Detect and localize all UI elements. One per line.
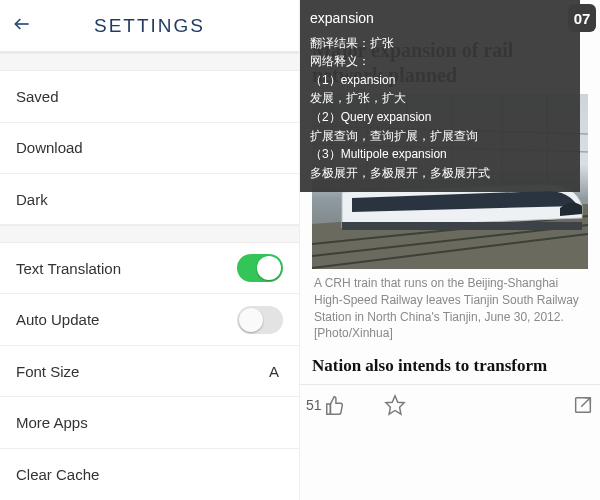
app-logo-icon[interactable]: 07 [568, 4, 596, 32]
settings-header: SETTINGS [0, 0, 299, 53]
overlay-line: （1）expansion [310, 71, 570, 90]
settings-panel: SETTINGS Saved Download Dark Text Transl… [0, 0, 300, 500]
row-clear-cache[interactable]: Clear Cache [0, 449, 299, 500]
photo-caption: A CRH train that runs on the Beijing-Sha… [312, 269, 588, 352]
row-download[interactable]: Download [0, 123, 299, 174]
font-size-value: A [269, 363, 279, 380]
article-panel: 07 expansion 翻译结果：扩张 网络释义： （1）expansion … [300, 0, 600, 500]
row-label: Auto Update [16, 311, 99, 328]
like-count: 51 [306, 397, 322, 413]
row-label: Text Translation [16, 260, 121, 277]
row-more-apps[interactable]: More Apps [0, 397, 299, 448]
overlay-line: 网络释义： [310, 52, 570, 71]
article-subhead: Nation also intends to transform [312, 352, 588, 384]
thumbs-up-icon [324, 394, 346, 416]
row-saved[interactable]: Saved [0, 71, 299, 122]
section-gap [0, 53, 299, 71]
row-auto-update[interactable]: Auto Update [0, 294, 299, 345]
overlay-line: 翻译结果：扩张 [310, 34, 570, 53]
overlay-line: （2）Query expansion [310, 108, 570, 127]
overlay-line: 发展，扩张，扩大 [310, 89, 570, 108]
share-icon[interactable] [572, 394, 594, 416]
toggle-auto-update[interactable] [237, 306, 283, 334]
overlay-line: （3）Multipole expansion [310, 145, 570, 164]
row-text-translation[interactable]: Text Translation [0, 243, 299, 294]
row-font-size[interactable]: Font Size A [0, 346, 299, 397]
translation-overlay[interactable]: expansion 翻译结果：扩张 网络释义： （1）expansion 发展，… [300, 0, 580, 192]
row-dark[interactable]: Dark [0, 174, 299, 225]
overlay-line: 扩展查询，查询扩展，扩展查询 [310, 127, 570, 146]
row-label: Download [16, 139, 83, 156]
overlay-line: 多极展开，多极展开，多极展开式 [310, 164, 570, 183]
row-label: Font Size [16, 363, 79, 380]
overlay-headword: expansion [310, 8, 570, 30]
row-label: Saved [16, 88, 59, 105]
svg-marker-14 [385, 396, 403, 414]
row-label: Dark [16, 191, 48, 208]
row-label: More Apps [16, 414, 88, 431]
action-bar: 51 [300, 384, 600, 424]
like-button[interactable]: 51 [306, 394, 346, 416]
star-icon[interactable] [384, 394, 406, 416]
settings-title: SETTINGS [12, 15, 287, 37]
toggle-text-translation[interactable] [237, 254, 283, 282]
svg-rect-13 [342, 222, 582, 230]
row-label: Clear Cache [16, 466, 99, 483]
section-gap [0, 225, 299, 243]
